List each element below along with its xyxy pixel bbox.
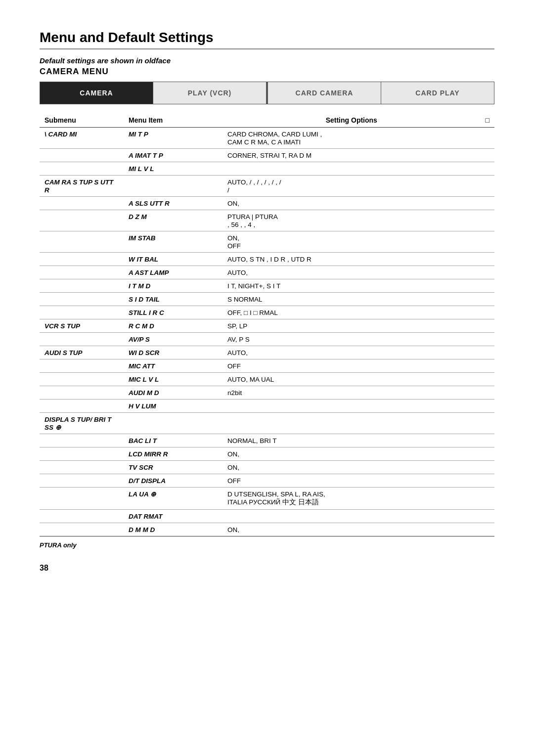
setting-cell [222, 162, 481, 176]
table-row: H V LUM [40, 400, 494, 413]
table-row: BAC LI TNORMAL, BRI T [40, 434, 494, 447]
table-row: AUDI M Dn2bit [40, 386, 494, 400]
icon-cell [481, 266, 494, 279]
setting-cell: ON, [222, 197, 481, 210]
icon-cell [481, 346, 494, 359]
menu-item-cell: LCD MIRR R [124, 447, 222, 461]
table-row: MIC ATTOFF [40, 359, 494, 373]
table-row: D M M DON, [40, 523, 494, 536]
table-row: DAT RMAT [40, 510, 494, 523]
tab-card-play[interactable]: CARD PLAY [381, 82, 494, 104]
icon-cell [481, 306, 494, 319]
setting-cell [222, 400, 481, 413]
tab-play-vcr[interactable]: PLAY (VCR) [153, 82, 267, 104]
icon-cell [481, 434, 494, 447]
table-row: CAM RA S TUP S UTT RAUTO, / , / , / , / … [40, 176, 494, 197]
tab-card-camera[interactable]: CARD CAMERA [268, 82, 381, 104]
footnote: PTURA only [40, 541, 494, 549]
submenu-cell [40, 306, 124, 319]
tab-camera[interactable]: CAMERA [40, 82, 153, 104]
icon-cell [481, 386, 494, 400]
menu-item-cell [124, 176, 222, 197]
icon-cell [481, 474, 494, 488]
submenu-cell [40, 400, 124, 413]
section-title: CAMERA MENU [40, 67, 494, 77]
icon-cell [481, 400, 494, 413]
menu-item-cell: A SLS UTT R [124, 197, 222, 210]
icon-cell [481, 128, 494, 149]
icon-cell [481, 279, 494, 293]
setting-cell [222, 510, 481, 523]
setting-cell: AUTO, [222, 266, 481, 279]
table-row: LA UA ⊕D UTSENGLISH, SPA L, RA AIS,ITALI… [40, 488, 494, 510]
menu-item-cell: D/T DISPLA [124, 474, 222, 488]
icon-cell [481, 413, 494, 434]
table-row: DISPLA S TUP/ BRI T SS ⊕ [40, 413, 494, 434]
setting-cell: AV, P S [222, 333, 481, 346]
submenu-cell [40, 386, 124, 400]
setting-cell: n2bit [222, 386, 481, 400]
icon-cell [481, 149, 494, 162]
menu-item-cell: S I D TAIL [124, 293, 222, 306]
table-row: D Z MPTURA | PTURA, 56 , , 4 , [40, 210, 494, 231]
menu-item-cell: BAC LI T [124, 434, 222, 447]
submenu-cell [40, 359, 124, 373]
tab-bar: CAMERA PLAY (VCR) CARD CAMERA CARD PLAY [40, 82, 494, 104]
submenu-cell [40, 253, 124, 266]
table-row: MIC L V LAUTO, MA UAL [40, 373, 494, 386]
table-row: \ CARD MIMI T PCARD CHROMA, CARD LUMI ,C… [40, 128, 494, 149]
setting-cell: OFF [222, 359, 481, 373]
menu-item-cell: W IT BAL [124, 253, 222, 266]
setting-cell: CORNER, STRAI T, RA D M [222, 149, 481, 162]
table-row: VCR S TUPR C M DSP, LP [40, 319, 494, 333]
icon-cell [481, 162, 494, 176]
submenu-cell [40, 461, 124, 474]
setting-cell: ON,OFF [222, 231, 481, 253]
icon-cell [481, 319, 494, 333]
menu-item-cell: STILL I R C [124, 306, 222, 319]
icon-cell [481, 510, 494, 523]
table-row: AUDI S TUPWI D SCRAUTO, [40, 346, 494, 359]
submenu-cell [40, 474, 124, 488]
table-row: D/T DISPLAOFF [40, 474, 494, 488]
menu-item-cell [124, 413, 222, 434]
submenu-cell [40, 197, 124, 210]
table-row: S I D TAILS NORMAL [40, 293, 494, 306]
menu-item-cell: AV/P S [124, 333, 222, 346]
menu-item-cell: LA UA ⊕ [124, 488, 222, 510]
submenu-cell: CAM RA S TUP S UTT R [40, 176, 124, 197]
menu-item-cell: A IMAT T P [124, 149, 222, 162]
icon-cell [481, 210, 494, 231]
setting-cell: D UTSENGLISH, SPA L, RA AIS,ITALIA РУССК… [222, 488, 481, 510]
submenu-cell [40, 523, 124, 536]
table-row: IM STABON,OFF [40, 231, 494, 253]
setting-cell: ON, [222, 461, 481, 474]
menu-item-cell: TV SCR [124, 461, 222, 474]
setting-cell: AUTO, S TN , I D R , UTD R [222, 253, 481, 266]
menu-item-cell: MIC L V L [124, 373, 222, 386]
menu-item-cell: MIC ATT [124, 359, 222, 373]
icon-cell [481, 197, 494, 210]
subtitle: Default settings are shown in oldface [40, 56, 494, 65]
page-title: Menu and Default Settings [40, 30, 494, 49]
submenu-cell [40, 293, 124, 306]
icon-cell [481, 253, 494, 266]
submenu-cell [40, 149, 124, 162]
setting-cell: I T, NIGHT+, S I T [222, 279, 481, 293]
setting-cell: S NORMAL [222, 293, 481, 306]
setting-cell: SP, LP [222, 319, 481, 333]
setting-cell: AUTO, [222, 346, 481, 359]
menu-item-cell: MI L V L [124, 162, 222, 176]
col-header-submenu: Submenu [40, 113, 124, 128]
table-row: STILL I R COFF, □ I □ RMAL [40, 306, 494, 319]
col-header-icon: □ [481, 113, 494, 128]
submenu-cell [40, 333, 124, 346]
menu-item-cell: I T M D [124, 279, 222, 293]
table-row: A IMAT T PCORNER, STRAI T, RA D M [40, 149, 494, 162]
submenu-cell [40, 162, 124, 176]
menu-item-cell: D Z M [124, 210, 222, 231]
submenu-cell [40, 266, 124, 279]
submenu-cell [40, 210, 124, 231]
setting-cell: AUTO, MA UAL [222, 373, 481, 386]
icon-cell [481, 333, 494, 346]
